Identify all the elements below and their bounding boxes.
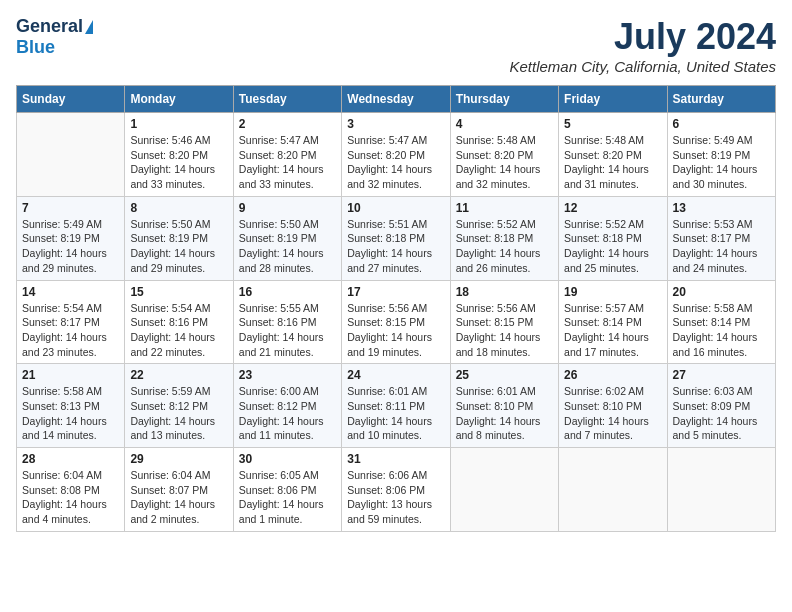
day-number: 8 [130,201,227,215]
calendar-cell: 30Sunrise: 6:05 AM Sunset: 8:06 PM Dayli… [233,448,341,532]
day-number: 16 [239,285,336,299]
day-number: 12 [564,201,661,215]
calendar-cell: 8Sunrise: 5:50 AM Sunset: 8:19 PM Daylig… [125,196,233,280]
day-info: Sunrise: 5:52 AM Sunset: 8:18 PM Dayligh… [564,217,661,276]
day-info: Sunrise: 6:01 AM Sunset: 8:11 PM Dayligh… [347,384,444,443]
day-info: Sunrise: 5:47 AM Sunset: 8:20 PM Dayligh… [347,133,444,192]
calendar-cell: 31Sunrise: 6:06 AM Sunset: 8:06 PM Dayli… [342,448,450,532]
calendar-week-row: 28Sunrise: 6:04 AM Sunset: 8:08 PM Dayli… [17,448,776,532]
day-number: 5 [564,117,661,131]
logo: General Blue [16,16,93,58]
day-info: Sunrise: 5:58 AM Sunset: 8:14 PM Dayligh… [673,301,770,360]
calendar-cell: 22Sunrise: 5:59 AM Sunset: 8:12 PM Dayli… [125,364,233,448]
day-info: Sunrise: 6:06 AM Sunset: 8:06 PM Dayligh… [347,468,444,527]
day-info: Sunrise: 5:52 AM Sunset: 8:18 PM Dayligh… [456,217,553,276]
day-number: 4 [456,117,553,131]
calendar-cell: 20Sunrise: 5:58 AM Sunset: 8:14 PM Dayli… [667,280,775,364]
day-number: 11 [456,201,553,215]
day-number: 28 [22,452,119,466]
day-info: Sunrise: 5:46 AM Sunset: 8:20 PM Dayligh… [130,133,227,192]
weekday-header: Sunday [17,86,125,113]
calendar-cell [559,448,667,532]
weekday-header: Saturday [667,86,775,113]
calendar-cell: 29Sunrise: 6:04 AM Sunset: 8:07 PM Dayli… [125,448,233,532]
title-area: July 2024 Kettleman City, California, Un… [509,16,776,75]
calendar-cell: 27Sunrise: 6:03 AM Sunset: 8:09 PM Dayli… [667,364,775,448]
day-number: 13 [673,201,770,215]
day-number: 9 [239,201,336,215]
weekday-header: Thursday [450,86,558,113]
day-info: Sunrise: 6:05 AM Sunset: 8:06 PM Dayligh… [239,468,336,527]
day-number: 18 [456,285,553,299]
day-number: 2 [239,117,336,131]
calendar-cell [17,113,125,197]
weekday-header: Wednesday [342,86,450,113]
day-info: Sunrise: 5:47 AM Sunset: 8:20 PM Dayligh… [239,133,336,192]
day-info: Sunrise: 5:51 AM Sunset: 8:18 PM Dayligh… [347,217,444,276]
page-subtitle: Kettleman City, California, United State… [509,58,776,75]
day-number: 10 [347,201,444,215]
weekday-header: Friday [559,86,667,113]
day-info: Sunrise: 5:56 AM Sunset: 8:15 PM Dayligh… [456,301,553,360]
day-info: Sunrise: 5:50 AM Sunset: 8:19 PM Dayligh… [130,217,227,276]
day-number: 27 [673,368,770,382]
logo-general: General [16,16,83,37]
page-title: July 2024 [509,16,776,58]
weekday-header: Tuesday [233,86,341,113]
day-info: Sunrise: 6:00 AM Sunset: 8:12 PM Dayligh… [239,384,336,443]
calendar-cell: 14Sunrise: 5:54 AM Sunset: 8:17 PM Dayli… [17,280,125,364]
day-number: 19 [564,285,661,299]
calendar-cell [667,448,775,532]
calendar-cell: 18Sunrise: 5:56 AM Sunset: 8:15 PM Dayli… [450,280,558,364]
calendar-cell: 19Sunrise: 5:57 AM Sunset: 8:14 PM Dayli… [559,280,667,364]
calendar-cell: 21Sunrise: 5:58 AM Sunset: 8:13 PM Dayli… [17,364,125,448]
day-number: 3 [347,117,444,131]
calendar-cell: 24Sunrise: 6:01 AM Sunset: 8:11 PM Dayli… [342,364,450,448]
calendar-cell: 23Sunrise: 6:00 AM Sunset: 8:12 PM Dayli… [233,364,341,448]
calendar-week-row: 21Sunrise: 5:58 AM Sunset: 8:13 PM Dayli… [17,364,776,448]
calendar-cell: 9Sunrise: 5:50 AM Sunset: 8:19 PM Daylig… [233,196,341,280]
calendar-table: SundayMondayTuesdayWednesdayThursdayFrid… [16,85,776,532]
day-info: Sunrise: 5:54 AM Sunset: 8:16 PM Dayligh… [130,301,227,360]
day-info: Sunrise: 6:01 AM Sunset: 8:10 PM Dayligh… [456,384,553,443]
day-number: 21 [22,368,119,382]
day-number: 24 [347,368,444,382]
calendar-cell: 13Sunrise: 5:53 AM Sunset: 8:17 PM Dayli… [667,196,775,280]
calendar-cell: 10Sunrise: 5:51 AM Sunset: 8:18 PM Dayli… [342,196,450,280]
day-info: Sunrise: 5:50 AM Sunset: 8:19 PM Dayligh… [239,217,336,276]
logo-blue: Blue [16,37,55,58]
day-number: 20 [673,285,770,299]
day-number: 31 [347,452,444,466]
calendar-week-row: 14Sunrise: 5:54 AM Sunset: 8:17 PM Dayli… [17,280,776,364]
calendar-cell: 1Sunrise: 5:46 AM Sunset: 8:20 PM Daylig… [125,113,233,197]
calendar-cell: 28Sunrise: 6:04 AM Sunset: 8:08 PM Dayli… [17,448,125,532]
calendar-header-row: SundayMondayTuesdayWednesdayThursdayFrid… [17,86,776,113]
calendar-cell: 12Sunrise: 5:52 AM Sunset: 8:18 PM Dayli… [559,196,667,280]
day-info: Sunrise: 5:59 AM Sunset: 8:12 PM Dayligh… [130,384,227,443]
day-info: Sunrise: 5:58 AM Sunset: 8:13 PM Dayligh… [22,384,119,443]
day-number: 7 [22,201,119,215]
day-number: 30 [239,452,336,466]
calendar-cell: 6Sunrise: 5:49 AM Sunset: 8:19 PM Daylig… [667,113,775,197]
day-info: Sunrise: 5:48 AM Sunset: 8:20 PM Dayligh… [456,133,553,192]
logo-triangle-icon [85,20,93,34]
calendar-cell: 16Sunrise: 5:55 AM Sunset: 8:16 PM Dayli… [233,280,341,364]
day-info: Sunrise: 5:56 AM Sunset: 8:15 PM Dayligh… [347,301,444,360]
day-info: Sunrise: 5:48 AM Sunset: 8:20 PM Dayligh… [564,133,661,192]
day-number: 15 [130,285,227,299]
calendar-cell: 5Sunrise: 5:48 AM Sunset: 8:20 PM Daylig… [559,113,667,197]
calendar-cell: 17Sunrise: 5:56 AM Sunset: 8:15 PM Dayli… [342,280,450,364]
calendar-cell: 2Sunrise: 5:47 AM Sunset: 8:20 PM Daylig… [233,113,341,197]
day-number: 25 [456,368,553,382]
calendar-cell: 4Sunrise: 5:48 AM Sunset: 8:20 PM Daylig… [450,113,558,197]
calendar-cell: 11Sunrise: 5:52 AM Sunset: 8:18 PM Dayli… [450,196,558,280]
day-info: Sunrise: 5:49 AM Sunset: 8:19 PM Dayligh… [22,217,119,276]
day-info: Sunrise: 5:49 AM Sunset: 8:19 PM Dayligh… [673,133,770,192]
day-info: Sunrise: 6:03 AM Sunset: 8:09 PM Dayligh… [673,384,770,443]
day-info: Sunrise: 6:04 AM Sunset: 8:07 PM Dayligh… [130,468,227,527]
calendar-cell: 26Sunrise: 6:02 AM Sunset: 8:10 PM Dayli… [559,364,667,448]
calendar-cell: 7Sunrise: 5:49 AM Sunset: 8:19 PM Daylig… [17,196,125,280]
day-number: 1 [130,117,227,131]
day-info: Sunrise: 6:04 AM Sunset: 8:08 PM Dayligh… [22,468,119,527]
day-number: 14 [22,285,119,299]
